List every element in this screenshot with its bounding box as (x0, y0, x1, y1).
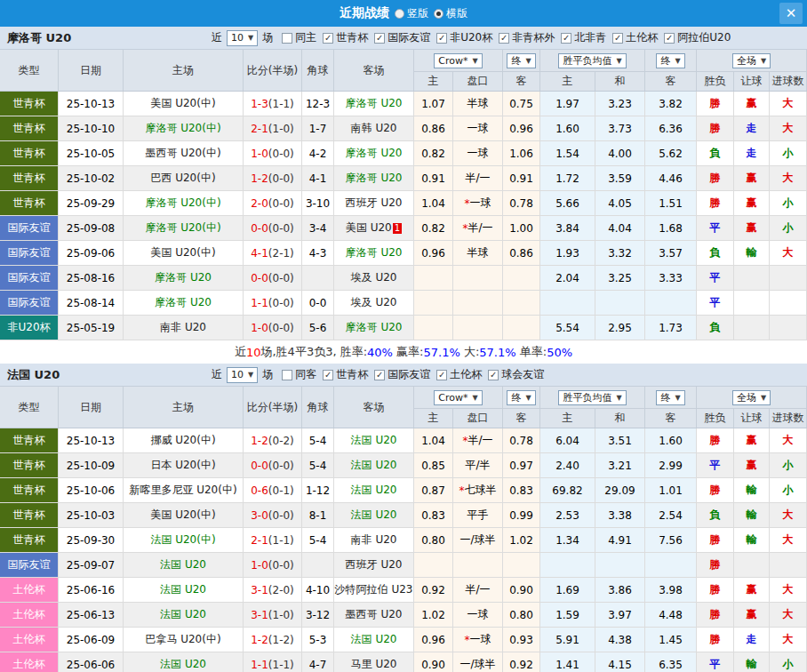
competition-label[interactable]: 非青杯外 (512, 30, 555, 45)
same-venue-checkbox[interactable] (282, 370, 292, 380)
competition-label[interactable]: 国际友谊 (388, 30, 430, 45)
odds-column-select[interactable]: 终▼ (507, 53, 535, 68)
odds-column-select[interactable]: 终▼ (656, 53, 684, 68)
competition-checkbox[interactable]: ✓ (664, 33, 675, 44)
summary-segment: 10 (246, 346, 261, 359)
same-venue-label[interactable]: 同主 (295, 30, 316, 45)
score-cell: 4-1(2-1) (244, 241, 302, 265)
avg-draw-odds: 3.21 (595, 453, 645, 477)
sub-column-header: 和 (595, 71, 645, 91)
competition-label[interactable]: 非U20杯 (450, 30, 492, 45)
recent-results-window: 近期战绩 竖版 横版 ✕ 摩洛哥 U20近10▼场同主✓世青杯✓国际友谊✓非U2… (0, 0, 807, 672)
select-value: 终 (660, 391, 670, 404)
competition-label[interactable]: 球会友谊 (501, 367, 544, 382)
handicap-result-cell: 赢 (734, 191, 770, 215)
competition-label[interactable]: 北非青 (574, 30, 606, 45)
type-cell: 世青杯 (0, 453, 59, 477)
same-venue-label[interactable]: 同客 (295, 367, 316, 382)
competition-label[interactable]: 世青杯 (336, 30, 368, 45)
corner-cell: 5-3 (302, 628, 334, 652)
games-count-select[interactable]: 10▼ (227, 367, 258, 383)
competition-checkbox[interactable]: ✓ (561, 33, 571, 44)
goals-result-cell: 小 (770, 191, 807, 215)
handicap-value: 半球 (467, 245, 489, 260)
radio-unselected-icon[interactable] (395, 9, 404, 19)
competition-checkbox[interactable]: ✓ (323, 370, 333, 380)
odds-column-select[interactable]: 终▼ (507, 390, 535, 405)
competition-checkbox[interactable]: ✓ (374, 370, 385, 380)
goals-result-cell: 大 (770, 578, 807, 602)
goals-result-cell (770, 266, 807, 290)
competition-checkbox[interactable]: ✓ (499, 33, 509, 44)
competition-checkbox[interactable]: ✓ (374, 33, 385, 44)
column-header: 类型 (0, 50, 59, 91)
avg-away-odds (645, 553, 697, 577)
competition-label[interactable]: 土伦杯 (626, 30, 658, 45)
handicap-cell (453, 553, 503, 577)
competition-label[interactable]: 土伦杯 (450, 367, 482, 382)
competition-label[interactable]: 世青杯 (336, 367, 368, 382)
sub-column-header: 客 (645, 71, 697, 91)
date-cell: 25-09-06 (59, 241, 124, 265)
competition-checkbox[interactable]: ✓ (436, 33, 447, 44)
home-team: 法国 U20 (124, 578, 244, 602)
away-team-name: 沙特阿拉伯 U23 (335, 582, 413, 597)
handicap-value: 平手 (467, 508, 489, 523)
odds-column-select[interactable]: Crow*▼ (434, 390, 482, 405)
away-team: 摩洛哥 U20 (334, 141, 414, 165)
close-icon[interactable]: ✕ (779, 3, 803, 24)
summary-segment: 赢率: (393, 344, 424, 360)
odds-column-select[interactable]: 全场▼ (732, 53, 771, 68)
radio-selected-icon[interactable] (434, 9, 443, 19)
competition-checkbox[interactable]: ✓ (612, 33, 623, 44)
goals-result-cell: 大 (770, 628, 807, 652)
match-row: 世青杯25-10-02巴西 U20(中)1-2(0-0)4-1摩洛哥 U200.… (0, 166, 807, 191)
corner-cell: 3-10 (302, 191, 334, 215)
away-odds (503, 291, 540, 315)
corner-cell: 4-3 (302, 241, 334, 265)
layout-vertical-radio[interactable]: 竖版 (395, 6, 428, 21)
section-filter-bar: 法国 U20近10▼场同客✓世青杯✓国际友谊✓土伦杯✓球会友谊 (0, 364, 807, 387)
handicap-value: 半/一 (467, 220, 492, 236)
away-team-name: 摩洛哥 U20 (346, 320, 403, 335)
home-odds: 0.92 (414, 578, 453, 602)
fulltime-score: 2-1 (251, 123, 268, 135)
layout-horizontal-radio[interactable]: 横版 (434, 6, 467, 21)
competition-checkbox[interactable]: ✓ (323, 33, 333, 44)
layout-horizontal-label[interactable]: 横版 (446, 6, 467, 21)
handicap-cell: 平手 (453, 503, 503, 527)
odds-column-select[interactable]: Crow*▼ (434, 53, 482, 68)
layout-vertical-label[interactable]: 竖版 (407, 6, 428, 21)
same-venue-checkbox[interactable] (282, 33, 292, 44)
date-cell: 25-06-09 (59, 628, 124, 652)
games-count-select[interactable]: 10▼ (227, 30, 258, 46)
handicap-cell: *半/一 (453, 216, 503, 240)
home-odds: 1.02 (414, 603, 453, 627)
score-cell: 1-2(0-0) (244, 166, 302, 190)
select-value: 终 (511, 54, 521, 68)
goals-result-cell: 大 (770, 428, 807, 452)
odds-column-select[interactable]: 全场▼ (732, 390, 771, 405)
halftime-score: (0-0) (268, 509, 294, 522)
competition-label[interactable]: 国际友谊 (388, 367, 430, 382)
score-cell: 3-1(1-0) (244, 603, 302, 627)
handicap-result-cell: 走 (734, 628, 770, 652)
handicap-result-cell: 赢 (734, 428, 770, 452)
handicap-value: 平/半 (465, 458, 490, 473)
competition-checkbox[interactable]: ✓ (436, 370, 447, 380)
odds-column-select[interactable]: 终▼ (656, 390, 684, 405)
competition-checkbox[interactable]: ✓ (488, 370, 499, 380)
match-row: 土伦杯25-06-06法国 U201-1(1-1)4-7马里 U200.90一/… (0, 652, 807, 672)
select-value: Crow* (438, 392, 467, 404)
select-value: 10 (231, 369, 244, 380)
halftime-score: (0-0) (268, 222, 294, 235)
avg-home-odds: 5.54 (540, 316, 595, 340)
fulltime-score: 3-0 (251, 509, 268, 522)
away-team-name: 南非 U20 (351, 532, 397, 548)
odds-column-select[interactable]: 胜平负均值▼ (558, 53, 626, 68)
odds-column-select[interactable]: 胜平负均值▼ (558, 390, 626, 405)
avg-away-odds: 6.36 (645, 116, 697, 140)
team-section: 摩洛哥 U20近10▼场同主✓世青杯✓国际友谊✓非U20杯✓非青杯外✓北非青✓土… (0, 27, 807, 364)
avg-away-odds: 3.98 (645, 578, 697, 602)
competition-label[interactable]: 阿拉伯U20 (677, 30, 731, 45)
